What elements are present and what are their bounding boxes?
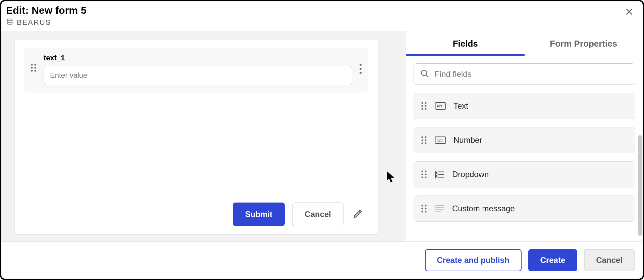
dots-vertical-icon: [359, 63, 362, 74]
svg-point-16: [425, 108, 426, 110]
edit-form-window: Edit: New form 5 BEARUS: [0, 0, 644, 280]
scrollbar-thumb[interactable]: [638, 135, 642, 236]
svg-point-12: [425, 102, 426, 104]
svg-point-5: [31, 70, 33, 71]
tab-fields[interactable]: Fields: [406, 31, 525, 56]
svg-point-10: [421, 70, 427, 75]
svg-point-19: [421, 136, 423, 138]
footer: Create and publish Create Cancel: [1, 241, 643, 279]
svg-point-2: [34, 64, 36, 65]
find-fields-input[interactable]: [435, 69, 629, 79]
svg-point-28: [425, 170, 426, 172]
svg-point-9: [360, 72, 362, 74]
svg-point-4: [34, 67, 36, 68]
close-icon: [625, 7, 634, 18]
submit-button[interactable]: Submit: [233, 203, 285, 226]
tabs: Fields Form Properties: [406, 31, 643, 56]
svg-point-3: [31, 67, 33, 68]
svg-rect-33: [435, 171, 437, 173]
svg-point-22: [425, 139, 426, 141]
svg-point-15: [421, 108, 423, 110]
edit-actions-button[interactable]: [351, 207, 365, 222]
svg-rect-35: [435, 174, 437, 175]
side-panel: Fields Form Properties: [406, 31, 643, 241]
database-icon: [6, 18, 13, 27]
drag-handle-icon: [421, 135, 427, 145]
field-type-text[interactable]: ABC Text: [414, 93, 635, 119]
find-fields-search[interactable]: [414, 63, 635, 85]
svg-point-6: [34, 70, 36, 71]
svg-point-39: [421, 205, 423, 206]
svg-point-24: [425, 142, 426, 144]
svg-point-0: [7, 19, 12, 21]
form-canvas: text_1 Submit: [1, 31, 406, 241]
form-field[interactable]: text_1: [24, 48, 368, 93]
create-and-publish-button[interactable]: Create and publish: [425, 249, 522, 271]
number-field-icon: 123: [435, 135, 446, 145]
form-actions: Submit Cancel: [24, 203, 368, 226]
svg-point-42: [425, 208, 426, 209]
field-label: text_1: [44, 54, 352, 62]
dropdown-field-icon: [435, 170, 445, 179]
custom-message-icon: [435, 205, 445, 213]
drag-handle-icon: [421, 170, 427, 179]
page-title: Edit: New form 5: [6, 5, 87, 16]
drag-handle-icon: [421, 101, 427, 111]
svg-point-14: [425, 105, 426, 107]
text-field-icon: ABC: [435, 101, 446, 111]
field-menu-button[interactable]: [359, 54, 362, 74]
cancel-form-button[interactable]: Cancel: [292, 203, 343, 226]
drag-handle-icon[interactable]: [30, 54, 37, 72]
svg-point-20: [425, 136, 426, 138]
svg-point-32: [425, 176, 426, 178]
svg-point-43: [421, 211, 423, 212]
breadcrumb[interactable]: BEARUS: [6, 18, 87, 27]
field-type-dropdown[interactable]: Dropdown: [414, 161, 635, 187]
svg-point-40: [425, 205, 426, 206]
field-type-custom-message[interactable]: Custom message: [414, 195, 635, 222]
header: Edit: New form 5 BEARUS: [1, 1, 643, 31]
svg-point-41: [421, 208, 423, 209]
cancel-button[interactable]: Cancel: [584, 249, 635, 271]
drag-handle-icon: [421, 204, 427, 213]
svg-point-30: [425, 173, 426, 175]
field-value-input[interactable]: [44, 66, 352, 85]
database-name: BEARUS: [17, 18, 51, 27]
field-type-number[interactable]: 123 Number: [414, 127, 635, 153]
field-type-label: Dropdown: [452, 170, 489, 179]
svg-point-29: [421, 173, 423, 175]
svg-point-13: [421, 105, 423, 107]
create-button[interactable]: Create: [528, 249, 578, 271]
field-type-label: Number: [453, 135, 482, 145]
form-card: text_1 Submit: [15, 40, 378, 234]
svg-point-44: [425, 211, 426, 212]
svg-point-27: [421, 170, 423, 172]
close-button[interactable]: [623, 7, 635, 19]
field-type-label: Custom message: [452, 204, 515, 213]
svg-text:ABC: ABC: [437, 104, 444, 108]
tab-form-properties[interactable]: Form Properties: [525, 31, 643, 56]
svg-point-23: [421, 142, 423, 144]
svg-rect-37: [435, 176, 437, 178]
svg-point-21: [421, 139, 423, 141]
svg-point-11: [421, 102, 423, 104]
svg-point-1: [31, 64, 33, 65]
pencil-icon: [353, 214, 363, 220]
field-types-list: ABC Text: [414, 93, 635, 225]
svg-text:123: 123: [437, 138, 443, 142]
svg-point-8: [360, 68, 362, 70]
field-type-label: Text: [453, 101, 468, 111]
search-icon: [420, 69, 429, 79]
svg-point-31: [421, 176, 423, 178]
svg-point-7: [360, 64, 362, 66]
